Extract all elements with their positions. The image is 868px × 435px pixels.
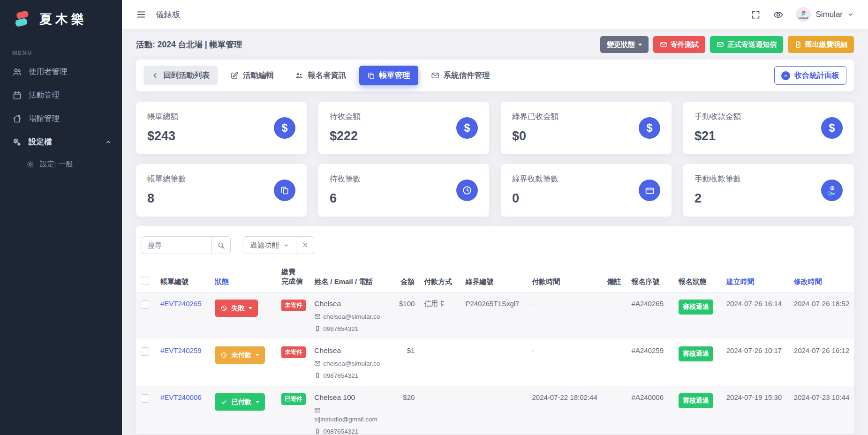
col-name[interactable]: 姓名 / Email / 電話 — [309, 264, 389, 292]
sidebar-item-events[interactable]: 活動管理 — [0, 83, 122, 107]
email-text: chelsea@simular.co — [323, 360, 380, 367]
sidebar-item-profiles[interactable]: 設定檔 — [0, 130, 122, 154]
test-mail-button[interactable]: 寄件測試 — [653, 36, 705, 53]
send-notice-button[interactable]: 正式寄送通知信 — [710, 36, 783, 53]
users-icon — [294, 71, 303, 80]
eye-icon[interactable] — [773, 9, 784, 20]
envelope-icon — [314, 313, 321, 320]
user-name: Simular — [815, 10, 843, 19]
tab-label: 活動編輯 — [243, 70, 274, 81]
stat-value: $222 — [330, 129, 478, 143]
col-method[interactable]: 付款方式 — [419, 264, 460, 292]
hamburger-menu-icon[interactable] — [136, 9, 146, 20]
brand[interactable]: 夏木樂 — [0, 0, 122, 36]
bill-id-link[interactable]: #EVT240006 — [160, 393, 202, 401]
table-row: #EVT240259 未付款 未寄件 Chelsea — [136, 339, 854, 386]
reg-id-cell: #A240259 — [627, 339, 674, 386]
stat-card-manual-received: 手動收款金額 $21 $ — [683, 102, 854, 154]
breadcrumb: 活動: 2024 台北場 | 帳單管理 — [136, 39, 242, 50]
sidebar-subitem-settings-general[interactable]: 設定: 一般 — [0, 154, 122, 174]
tab-bill-management[interactable]: 帳單管理 — [359, 66, 418, 85]
note-cell — [603, 386, 627, 435]
col-note[interactable]: 備註 — [603, 264, 627, 292]
col-bill-id[interactable]: 帳單編號 — [156, 264, 210, 292]
stat-value: 0 — [512, 191, 660, 206]
gear-icon — [26, 160, 34, 168]
email-text: sijinstudio@gmail.com — [314, 416, 377, 423]
status-dropdown-button[interactable]: 已付款 — [215, 393, 265, 411]
col-status[interactable]: 狀態 — [210, 264, 277, 292]
created-cell: 2024-07-19 15:30 — [722, 386, 789, 435]
sidebar-item-users[interactable]: 使用者管理 — [0, 60, 122, 83]
table-row: #EVT240265 失敗 未寄件 Chelsea — [136, 292, 854, 339]
stat-card-ecpay-count: 綠界收款筆數 0 — [501, 164, 672, 217]
reg-status-badge: 審核通過 — [679, 346, 713, 361]
caret-down-icon — [256, 401, 259, 403]
test-mail-label: 寄件測試 — [671, 40, 699, 49]
pay-time-cell: - — [527, 339, 602, 386]
row-checkbox[interactable] — [141, 394, 149, 403]
row-checkbox[interactable] — [141, 300, 149, 309]
filter-dropdown-button[interactable]: 過濾功能 — [243, 236, 296, 254]
stat-card-total-count: 帳單總筆數 8 — [136, 164, 307, 217]
envelope-icon — [431, 71, 439, 80]
check-icon — [220, 398, 227, 405]
stat-value: 8 — [147, 191, 295, 206]
user-menu[interactable]: SIMULAR Simular — [796, 7, 854, 22]
ecpay-id-cell: P240265T1Sxgl7 — [460, 292, 527, 339]
col-pay-time[interactable]: 付款時間 — [527, 264, 602, 292]
reg-id-cell: #A240006 — [627, 386, 674, 435]
bill-id-link[interactable]: #EVT240265 — [160, 300, 202, 308]
clock-icon — [220, 352, 227, 359]
tab-registrants[interactable]: 報名者資訊 — [287, 66, 355, 85]
stat-label: 帳單總筆數 — [147, 174, 295, 184]
tab-back-to-events[interactable]: 回到活動列表 — [143, 66, 218, 85]
caret-down-icon — [249, 307, 252, 309]
table-row: #EVT240006 已付款 已寄件 Chelsea 100 — [136, 386, 854, 435]
main-content: 活動: 2024 台北場 | 帳單管理 變更狀態 寄件測試 正式寄送通知信 — [122, 29, 868, 435]
sidebar-item-venues[interactable]: 場館管理 — [0, 107, 122, 130]
copy-icon — [367, 72, 375, 80]
status-dropdown-button[interactable]: 失敗 — [215, 300, 258, 317]
person-email: sijinstudio@gmail.com — [314, 407, 385, 423]
col-reg-id[interactable]: 報名序號 — [627, 264, 674, 292]
person-name: Chelsea — [314, 346, 385, 355]
tab-event-edit[interactable]: 活動編輯 — [222, 66, 282, 85]
export-payments-button[interactable]: 匯出繳費明細 — [788, 36, 854, 53]
stat-label: 待收筆數 — [330, 174, 478, 184]
sidebar-subitem-label: 設定: 一般 — [40, 159, 73, 169]
change-status-button[interactable]: 變更狀態 — [600, 36, 649, 53]
person-name: Chelsea — [314, 300, 385, 308]
sidebar-item-label: 設定檔 — [29, 137, 52, 147]
col-reg-status[interactable]: 報名狀態 — [674, 264, 722, 292]
topbar: 儀錶板 SIMULAR Simular — [122, 0, 868, 29]
select-all-checkbox[interactable] — [141, 277, 149, 285]
search-input[interactable] — [142, 236, 211, 254]
filter-clear-button[interactable] — [296, 236, 314, 254]
col-created[interactable]: 建立時間 — [722, 264, 789, 292]
bill-id-link[interactable]: #EVT240259 — [160, 346, 202, 354]
brand-logo-icon — [12, 9, 32, 29]
stat-card-pending-count: 待收筆數 6 — [318, 164, 489, 217]
mobile-phone-icon — [314, 372, 321, 379]
status-dropdown-button[interactable]: 未付款 — [215, 346, 265, 364]
page-title: 儀錶板 — [156, 9, 181, 20]
fullscreen-icon[interactable] — [751, 10, 761, 20]
row-checkbox[interactable] — [141, 347, 149, 356]
search-button[interactable] — [211, 236, 231, 254]
stat-label: 手動收款筆數 — [694, 174, 843, 184]
method-cell — [419, 339, 460, 386]
envelope-icon — [717, 41, 724, 48]
col-mail-status[interactable]: 繳費完成信 — [277, 264, 309, 292]
col-amount[interactable]: 金額 — [389, 264, 419, 292]
stat-value: $21 — [694, 129, 843, 143]
stat-label: 手動收款金額 — [694, 112, 843, 122]
file-excel-icon — [794, 41, 802, 48]
tab-system-mails[interactable]: 系統信件管理 — [423, 66, 498, 85]
stat-card-manual-count: 手動收款筆數 2 $ — [683, 164, 854, 217]
sidebar-item-label: 場館管理 — [29, 113, 60, 124]
pay-time-cell: 2024-07-22 18:02:44 — [527, 386, 602, 435]
collapse-stats-button[interactable]: 收合統計面板 — [774, 66, 846, 85]
col-ecpay-id[interactable]: 綠界編號 — [460, 264, 527, 292]
col-modified[interactable]: 修改時間 — [789, 264, 854, 292]
